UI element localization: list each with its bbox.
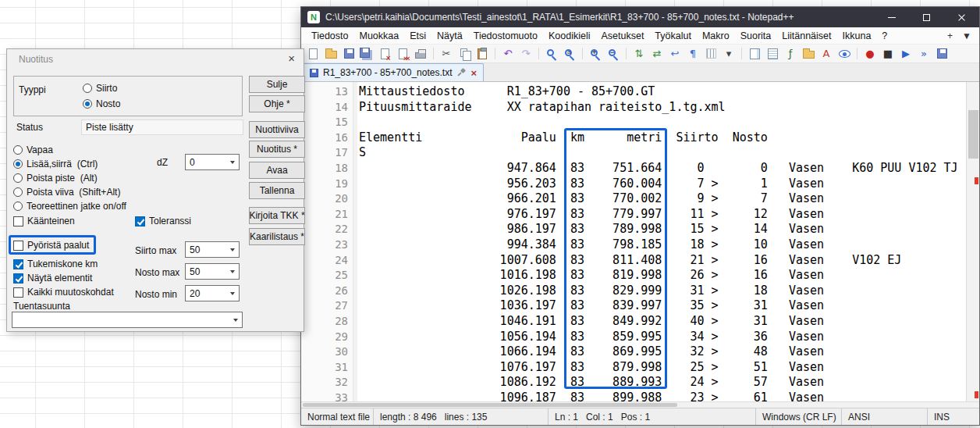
new-file-icon[interactable] <box>305 46 321 62</box>
monitor-icon <box>839 50 850 58</box>
button-kaarilistaus[interactable]: Kaarilistaus * <box>249 228 305 245</box>
vertical-scrollbar-thumb[interactable] <box>968 110 978 159</box>
redo-icon[interactable]: ↷ <box>518 46 534 62</box>
menu-item-item[interactable]: ? <box>876 27 893 44</box>
show-all-chars-icon[interactable]: ¶ <box>685 46 701 62</box>
sync-vertical-icon[interactable]: ⇅ <box>631 46 647 62</box>
nosto-max-combobox[interactable]: 50 <box>185 263 240 280</box>
tab-notes-file[interactable]: R1_83+700 - 85+700_notes.txt × <box>303 63 484 81</box>
menu-item-tiedosto[interactable]: Tiedosto <box>306 27 353 44</box>
find-icon[interactable] <box>544 46 559 62</box>
checkbox-tukemiskone-km[interactable]: Tukemiskone km <box>13 258 98 270</box>
checkbox-nayta-elementit[interactable]: Näytä elementit <box>13 272 92 284</box>
tuentasuunta-combobox[interactable] <box>12 312 243 328</box>
status-encoding[interactable]: ANSI <box>842 408 928 425</box>
zoom-out-icon[interactable] <box>605 46 621 62</box>
new-file-icon <box>309 48 318 59</box>
status-eol[interactable]: Windows (CR LF) <box>756 408 842 425</box>
chevron-down-icon <box>229 312 242 327</box>
dialog-close-icon[interactable]: × <box>288 52 295 65</box>
checkbox-pyorista-paalut[interactable]: Pyöristä paalut <box>13 239 89 251</box>
function-list-icon[interactable]: ƒ <box>783 46 798 62</box>
open-folder-icon[interactable] <box>323 46 339 62</box>
pin-icon[interactable] <box>456 68 466 77</box>
button-nuotitus[interactable]: Nuotitus * <box>249 141 305 158</box>
status-label: Status <box>16 122 43 133</box>
checkbox-kaanteinen[interactable]: Käänteinen <box>13 215 75 227</box>
close-button[interactable] <box>944 7 979 27</box>
save-icon[interactable] <box>341 46 357 62</box>
menu-item-makro[interactable]: Makro <box>697 27 735 44</box>
copy-icon[interactable] <box>456 46 472 62</box>
button-nuottiviiva[interactable]: Nuottiviiva <box>249 121 305 138</box>
doc-map-icon[interactable] <box>747 46 762 62</box>
button-avaa[interactable]: Avaa <box>249 162 305 179</box>
indent-guide-icon[interactable] <box>703 46 719 62</box>
menu-item-etsi[interactable]: Etsi <box>404 27 431 44</box>
run-multiple-icon[interactable]: » <box>916 46 932 62</box>
button-kirjoita-tkk[interactable]: Kirjoita TKK * <box>249 207 305 224</box>
save-macro-icon[interactable] <box>934 46 950 62</box>
toolbar-dropdown-icon: ▾ <box>726 48 732 59</box>
editor-area[interactable]: 1314151617181920212223242526272829303132… <box>301 82 979 401</box>
checkbox-box <box>13 273 23 284</box>
stop-record-icon[interactable]: ■ <box>880 46 896 62</box>
menu-caret-button[interactable]: ▼ <box>962 30 971 41</box>
horizontal-scrollbar[interactable] <box>301 401 979 408</box>
radio-teoreettinen-jatke-on-off[interactable]: Teoreettinen jatke on/off <box>13 200 126 212</box>
cut-icon[interactable]: ✂ <box>439 46 454 62</box>
radio-vapaa[interactable]: Vapaa <box>13 144 53 156</box>
menu-item-asetukset[interactable]: Asetukset <box>595 27 649 44</box>
checkbox-kaikki-muutoskohdat[interactable]: Kaikki muutoskohdat <box>13 286 114 298</box>
button-ohje[interactable]: Ohje * <box>249 95 305 112</box>
radio-nosto[interactable]: Nosto <box>83 98 120 110</box>
sync-horizontal-icon[interactable]: ⇄ <box>649 46 665 62</box>
doc-list-icon[interactable] <box>765 46 780 62</box>
checkbox-box <box>13 287 23 298</box>
print-icon[interactable] <box>413 46 428 62</box>
status-insert-mode[interactable]: INS <box>928 408 979 425</box>
menu-item-suorita[interactable]: Suorita <box>735 27 777 44</box>
play-macro-icon[interactable]: ▶ <box>898 46 914 62</box>
radio-lis-siirr-ctrl[interactable]: Lisää,siirrä (Ctrl) <box>13 158 98 170</box>
line-number-gutter[interactable]: 1314151617181920212223242526272829303132… <box>301 82 353 401</box>
menu-item-liit-nn-iset[interactable]: Liitännäiset <box>776 27 836 44</box>
menu-item-koodikieli[interactable]: Koodikieli <box>543 27 596 44</box>
undo-icon[interactable]: ↶ <box>500 46 516 62</box>
tab-close-icon[interactable]: × <box>470 68 477 78</box>
siirto-max-combobox[interactable]: 50 <box>185 241 240 258</box>
folder-workspace-icon[interactable] <box>801 46 816 62</box>
minimize-button[interactable] <box>874 7 909 27</box>
close-file-icon[interactable] <box>377 46 392 62</box>
vertical-scrollbar[interactable] <box>966 82 979 401</box>
maximize-button[interactable] <box>909 7 944 27</box>
zoom-in-icon[interactable] <box>588 46 603 62</box>
line-number: 18 <box>301 161 348 177</box>
menu-item-ikkuna[interactable]: Ikkuna <box>837 27 877 44</box>
menu-item-ty-kalut[interactable]: Työkalut <box>649 27 697 44</box>
button-tallenna[interactable]: Tallenna <box>249 182 305 199</box>
monitor-icon[interactable] <box>836 46 852 62</box>
radio-poista-piste-alt[interactable]: Poista piste (Alt) <box>13 172 98 184</box>
toolbar-dropdown-icon[interactable]: ▾ <box>721 46 737 62</box>
radio-siirto[interactable]: Siirto <box>83 82 117 95</box>
menu-item-muokkaa[interactable]: Muokkaa <box>353 27 404 44</box>
menu-item-tiedostomuoto[interactable]: Tiedostomuoto <box>468 27 543 44</box>
menu-item-n-yt[interactable]: Näytä <box>431 27 468 44</box>
close-all-icon[interactable] <box>395 46 410 62</box>
plus-button[interactable]: + <box>947 30 953 41</box>
checkbox-toleranssi[interactable]: Toleranssi <box>135 215 191 227</box>
radio-poista-viiva-shift-alt[interactable]: Poista viiva (Shift+Alt) <box>13 186 120 198</box>
button-sulje[interactable]: Sulje <box>249 76 305 93</box>
dz-combobox[interactable]: 0 <box>185 154 240 170</box>
nosto-min-combobox[interactable]: 20 <box>185 285 240 301</box>
paste-icon[interactable] <box>474 46 490 62</box>
horizontal-scrollbar-thumb[interactable] <box>303 403 677 407</box>
pdf-icon[interactable]: A <box>818 46 834 62</box>
editor-line: 986.197 83 789.998 15 > 14 Vasen <box>359 222 966 237</box>
record-macro-icon[interactable]: ● <box>862 46 878 62</box>
replace-icon[interactable] <box>562 46 577 62</box>
word-wrap-icon[interactable]: ↩ <box>667 46 683 62</box>
text-editor[interactable]: Mittaustiedosto R1_83+700 - 85+700.GTPit… <box>357 82 966 401</box>
save-all-icon[interactable] <box>359 46 375 62</box>
